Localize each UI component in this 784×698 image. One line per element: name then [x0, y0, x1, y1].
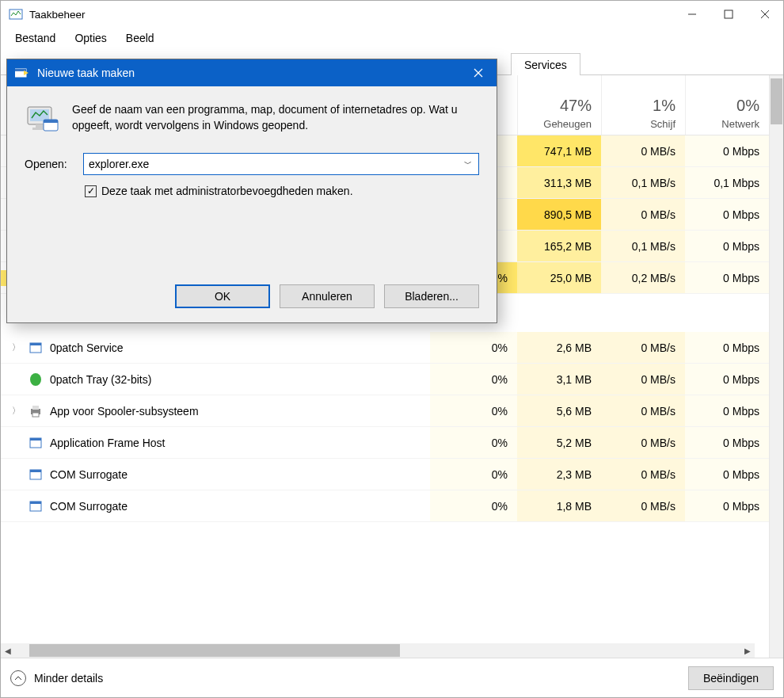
memory-cell: 890,5 MB [517, 199, 601, 230]
disk-pct: 1% [602, 97, 676, 115]
svg-rect-2 [725, 10, 733, 18]
cpu-cell: 0% [430, 364, 517, 395]
disk-cell: 0 MB/s [601, 364, 685, 395]
process-row[interactable]: 〉App voor Spooler-subsysteem0%5,6 MB0 MB… [1, 395, 769, 427]
svg-rect-13 [30, 438, 41, 441]
menu-view[interactable]: Beeld [116, 30, 164, 46]
cpu-cell: 0% [430, 332, 517, 363]
process-row[interactable]: COM Surrogate0%2,3 MB0 MB/s0 Mbps [1, 459, 769, 490]
memory-label: Geheugen [518, 118, 592, 130]
vertical-scrollbar[interactable] [769, 75, 783, 658]
maximize-button[interactable] [710, 2, 747, 27]
process-icon [28, 467, 44, 482]
memory-cell: 5,2 MB [517, 427, 601, 458]
fewer-details-label: Minder details [34, 672, 103, 685]
ok-button[interactable]: OK [175, 284, 270, 308]
run-dialog: Nieuwe taak maken Geef de naam van een p… [6, 59, 497, 323]
hscroll-thumb[interactable] [29, 644, 400, 657]
cpu-cell: 0% [430, 459, 517, 490]
network-label: Netwerk [686, 118, 759, 130]
horizontal-scrollbar[interactable]: ◀ ▶ [1, 643, 755, 658]
network-cell: 0 Mbps [685, 459, 769, 490]
end-task-button[interactable]: Beëindigen [688, 666, 774, 690]
process-row[interactable]: Application Frame Host0%5,2 MB0 MB/s0 Mb… [1, 427, 769, 459]
svg-rect-15 [30, 470, 41, 472]
process-name: COM Surrogate [50, 468, 127, 481]
disk-cell: 0 MB/s [601, 490, 685, 521]
disk-cell: 0 MB/s [601, 332, 685, 363]
disk-label: Schijf [602, 118, 676, 130]
taskmanager-icon [9, 7, 23, 21]
browse-button[interactable]: Bladeren... [384, 284, 479, 308]
dialog-message: Geef de naam van een programma, map, doc… [72, 101, 479, 135]
cpu-cell: 0% [430, 395, 517, 426]
process-row[interactable]: 〉0patch Service0%2,6 MB0 MB/s0 Mbps [1, 332, 769, 364]
admin-checkbox-label: Deze taak met administratorbevoegdheden … [101, 185, 353, 197]
open-label: Openen: [25, 158, 72, 170]
memory-cell: 311,3 MB [517, 167, 601, 198]
process-name: Application Frame Host [50, 437, 166, 449]
svg-rect-7 [30, 343, 41, 345]
memory-cell: 2,6 MB [517, 332, 601, 363]
scroll-right-arrow[interactable]: ▶ [740, 643, 755, 658]
process-name: 0patch Tray (32-bits) [50, 373, 151, 386]
window-title: Taakbeheer [29, 9, 674, 21]
col-header-network[interactable]: 0% Netwerk [685, 75, 769, 135]
network-cell: 0 Mbps [685, 262, 769, 293]
cancel-button[interactable]: Annuleren [280, 284, 375, 308]
col-header-memory[interactable]: 47% Geheugen [517, 75, 601, 135]
svg-rect-10 [32, 406, 39, 410]
network-cell: 0,1 Mbps [685, 167, 769, 198]
disk-cell: 0 MB/s [601, 427, 685, 458]
svg-rect-11 [32, 413, 39, 417]
close-button[interactable] [747, 2, 783, 27]
network-cell: 0 Mbps [685, 135, 769, 166]
open-input[interactable] [89, 158, 474, 170]
memory-cell: 5,6 MB [517, 395, 601, 426]
process-row[interactable]: COM Surrogate0%1,8 MB0 MB/s0 Mbps [1, 490, 769, 522]
network-cell: 0 Mbps [685, 332, 769, 363]
run-icon [15, 67, 29, 78]
dialog-title: Nieuwe taak maken [37, 67, 460, 79]
minimize-button[interactable] [674, 2, 710, 27]
svg-rect-28 [44, 120, 58, 123]
chevron-up-icon [10, 670, 26, 686]
col-header-disk[interactable]: 1% Schijf [601, 75, 685, 135]
network-cell: 0 Mbps [685, 490, 769, 521]
process-name: 0patch Service [50, 341, 124, 354]
process-name: COM Surrogate [50, 500, 127, 513]
network-cell: 0 Mbps [685, 231, 769, 261]
vscroll-thumb[interactable] [771, 78, 782, 124]
scroll-left-arrow[interactable]: ◀ [1, 643, 15, 658]
disk-cell: 0,1 MB/s [601, 167, 685, 198]
memory-cell: 1,8 MB [517, 490, 601, 521]
disk-cell: 0 MB/s [601, 199, 685, 230]
admin-checkbox[interactable]: ✓ [85, 185, 97, 197]
disk-cell: 0 MB/s [601, 459, 685, 490]
svg-rect-25 [36, 124, 44, 128]
menubar: Bestand Opties Beeld [1, 28, 783, 48]
process-icon [28, 435, 44, 451]
memory-cell: 747,1 MB [517, 135, 601, 166]
cpu-cell: 0% [430, 490, 517, 521]
process-icon [28, 372, 44, 387]
expand-toggle[interactable]: 〉 [10, 341, 21, 353]
network-pct: 0% [686, 97, 759, 115]
menu-file[interactable]: Bestand [6, 30, 65, 46]
cpu-cell: 0% [430, 427, 517, 458]
open-combobox[interactable]: ﹀ [83, 153, 479, 175]
network-cell: 0 Mbps [685, 199, 769, 230]
memory-pct: 47% [518, 97, 592, 115]
menu-options[interactable]: Opties [65, 30, 116, 46]
memory-cell: 3,1 MB [517, 364, 601, 395]
dialog-close-button[interactable] [460, 59, 497, 86]
svg-rect-17 [30, 502, 41, 504]
expand-toggle[interactable]: 〉 [10, 405, 21, 417]
memory-cell: 25,0 MB [517, 262, 601, 293]
fewer-details-toggle[interactable]: Minder details [10, 670, 103, 686]
process-row[interactable]: 0patch Tray (32-bits)0%3,1 MB0 MB/s0 Mbp… [1, 364, 769, 395]
run-large-icon [25, 101, 59, 135]
tab-services[interactable]: Services [511, 53, 580, 75]
footer-bar: Minder details Beëindigen [1, 658, 783, 697]
svg-point-8 [30, 373, 41, 386]
